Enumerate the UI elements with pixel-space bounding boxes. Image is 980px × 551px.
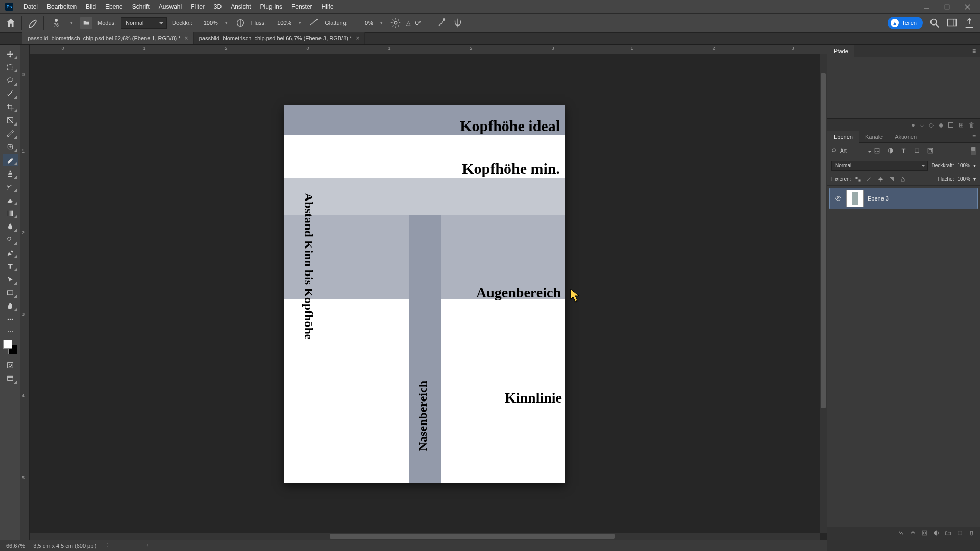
menu-layer[interactable]: Ebene: [101, 0, 127, 13]
filter-toggle[interactable]: [971, 147, 976, 155]
foreground-background-colors[interactable]: [3, 340, 17, 354]
new-path-icon[interactable]: ⊞: [959, 121, 964, 129]
share-button[interactable]: ▲ Teilen: [888, 17, 923, 29]
selection-from-path-icon[interactable]: ◇: [929, 121, 934, 129]
fill-path-icon[interactable]: ●: [912, 121, 915, 129]
gradient-tool[interactable]: [3, 207, 18, 219]
blend-mode-dropdown[interactable]: Normal: [121, 17, 167, 29]
menu-plugins[interactable]: Plug-ins: [256, 0, 286, 13]
lock-pixels-icon[interactable]: [865, 175, 873, 183]
menu-select[interactable]: Auswahl: [155, 0, 186, 13]
window-close-button[interactable]: [958, 0, 977, 13]
layer-filter-type[interactable]: Art: [831, 148, 868, 154]
layer-row[interactable]: Ebene 3: [829, 188, 978, 209]
pressure-size-icon[interactable]: [436, 17, 447, 29]
window-maximize-button[interactable]: [937, 0, 957, 13]
document-tab[interactable]: passbild_biometrisch_chip.psd bei 62,6% …: [22, 32, 194, 44]
smoothing-gear-icon[interactable]: [390, 17, 401, 29]
search-icon[interactable]: [929, 17, 940, 29]
opacity-value[interactable]: 100%: [198, 20, 218, 26]
menu-3d[interactable]: 3D: [210, 0, 226, 13]
dodge-tool[interactable]: [3, 234, 18, 246]
filter-shape-icon[interactable]: [912, 146, 921, 156]
brush-settings-icon[interactable]: [80, 17, 92, 29]
menu-filter[interactable]: Filter: [187, 0, 209, 13]
filter-smart-icon[interactable]: [925, 146, 935, 156]
scrollbar-thumb[interactable]: [330, 534, 614, 539]
link-layers-icon[interactable]: [898, 530, 904, 538]
chevron-down-icon[interactable]: ▾: [378, 20, 385, 26]
home-icon[interactable]: [5, 17, 16, 29]
panel-menu-icon[interactable]: ≡: [968, 47, 980, 55]
clone-stamp-tool[interactable]: [3, 167, 18, 180]
pressure-opacity-icon[interactable]: [235, 17, 246, 29]
lock-transparency-icon[interactable]: [854, 175, 862, 183]
ruler-origin[interactable]: [20, 45, 30, 54]
filter-type-icon[interactable]: [899, 146, 908, 156]
filter-adjust-icon[interactable]: [886, 146, 895, 156]
layer-opacity-value[interactable]: 100%: [957, 163, 970, 168]
delete-path-icon[interactable]: 🗑: [969, 121, 975, 129]
blur-tool[interactable]: [3, 220, 18, 233]
visibility-eye-icon[interactable]: [834, 194, 842, 203]
export-icon[interactable]: [964, 17, 975, 29]
brush-preset-picker[interactable]: 76: [49, 16, 63, 30]
document-tab[interactable]: passbild_biometrisch_chip.psd bei 66,7% …: [194, 32, 365, 44]
quick-mask-icon[interactable]: [3, 359, 18, 371]
horizontal-scrollbar[interactable]: [30, 533, 820, 540]
chevron-down-icon[interactable]: ▾: [223, 20, 230, 26]
layer-name[interactable]: Ebene 3: [868, 195, 889, 202]
healing-brush-tool[interactable]: [3, 141, 18, 153]
layer-thumbnail[interactable]: [846, 190, 864, 207]
stroke-path-icon[interactable]: ○: [920, 121, 924, 129]
menu-view[interactable]: Ansicht: [227, 0, 255, 13]
menu-help[interactable]: Hilfe: [317, 0, 338, 13]
new-layer-icon[interactable]: [957, 530, 963, 538]
menu-image[interactable]: Bild: [82, 0, 100, 13]
document-canvas[interactable]: Kopfhöhe ideal Kopfhöhe min. Augenbereic…: [284, 105, 565, 483]
menu-file[interactable]: Datei: [19, 0, 42, 13]
vertical-ruler[interactable]: 012345: [20, 54, 30, 540]
window-minimize-button[interactable]: [917, 0, 936, 13]
panel-menu-icon[interactable]: ≡: [968, 133, 980, 140]
path-from-selection-icon[interactable]: ◆: [939, 121, 943, 129]
history-brush-tool[interactable]: [3, 181, 18, 193]
chevron-right-icon[interactable]: 〉: [105, 542, 113, 549]
layer-blend-mode[interactable]: Normal: [831, 161, 928, 171]
magic-wand-tool[interactable]: [3, 88, 18, 100]
brush-tool[interactable]: [3, 154, 18, 166]
lock-artboard-icon[interactable]: [888, 175, 896, 183]
eraser-tool[interactable]: [3, 194, 18, 206]
tab-paths[interactable]: Pfade: [827, 45, 854, 57]
add-mask-icon[interactable]: [948, 122, 953, 128]
menu-window[interactable]: Fenster: [287, 0, 316, 13]
document-info[interactable]: 3,5 cm x 4,5 cm (600 ppi): [33, 543, 96, 549]
frame-tool[interactable]: [3, 114, 18, 127]
foreground-color-swatch[interactable]: [3, 340, 12, 349]
smoothing-value[interactable]: 0%: [353, 20, 373, 26]
hand-tool[interactable]: [3, 300, 18, 312]
adjustment-layer-icon[interactable]: [933, 530, 940, 538]
screen-mode-icon[interactable]: [3, 372, 18, 385]
fill-value[interactable]: 100%: [957, 176, 970, 182]
brush-tool-icon[interactable]: [27, 17, 38, 29]
more-tools[interactable]: [3, 313, 18, 325]
filter-pixel-icon[interactable]: [872, 146, 881, 156]
symmetry-icon[interactable]: [452, 17, 463, 29]
delete-layer-icon[interactable]: [968, 530, 975, 538]
lock-position-icon[interactable]: [876, 175, 885, 183]
vertical-scrollbar[interactable]: [820, 54, 827, 533]
layer-mask-icon[interactable]: [921, 530, 928, 538]
horizontal-ruler[interactable]: 0120123123: [30, 45, 827, 54]
zoom-level[interactable]: 66,67%: [6, 543, 25, 549]
eyedropper-tool[interactable]: [3, 128, 18, 140]
lasso-tool[interactable]: [3, 74, 18, 87]
chevron-left-icon[interactable]: 〈: [142, 542, 151, 549]
group-icon[interactable]: [945, 530, 951, 538]
type-tool[interactable]: [3, 260, 18, 272]
tab-layers[interactable]: Ebenen: [827, 131, 859, 143]
rectangle-tool[interactable]: [3, 287, 18, 299]
pen-tool[interactable]: [3, 247, 18, 259]
edit-toolbar[interactable]: [3, 327, 18, 336]
close-icon[interactable]: ×: [185, 35, 188, 42]
